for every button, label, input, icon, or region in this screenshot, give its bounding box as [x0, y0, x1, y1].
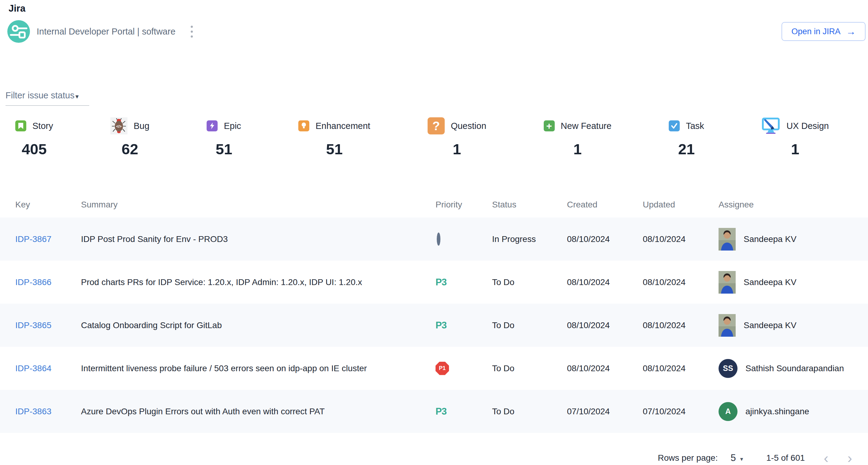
- avatar: [718, 314, 736, 337]
- issue-summary: Catalog Onboarding Script for GitLab: [81, 321, 436, 330]
- table-header-row: KeySummaryPriorityStatusCreatedUpdatedAs…: [0, 192, 868, 218]
- column-header-key: Key: [15, 200, 81, 209]
- filter-issue-status-label: Filter issue status: [5, 91, 74, 101]
- issue-created-date: 08/10/2024: [567, 364, 643, 373]
- issue-key-link[interactable]: IDP-3865: [15, 321, 51, 330]
- epic-icon: [207, 120, 218, 131]
- column-header-updated: Updated: [643, 200, 718, 209]
- assignee-name: Sandeepa KV: [744, 234, 797, 244]
- issue-type-count: 405: [22, 140, 47, 158]
- rows-per-page-select[interactable]: 5 ▾: [731, 453, 743, 463]
- new-feature-icon: +: [544, 120, 555, 131]
- enhancement-icon: [298, 120, 309, 131]
- issue-summary: IDP Post Prod Sanity for Env - PROD3: [81, 234, 436, 244]
- issue-updated-date: 07/10/2024: [643, 407, 718, 417]
- header: Internal Developer Portal | software Ope…: [7, 19, 868, 44]
- rows-per-page-value: 5: [731, 453, 736, 463]
- issue-type-stat: Story 405: [15, 116, 53, 158]
- table-row[interactable]: IDP-3863 Azure DevOps Plugin Errors out …: [0, 390, 868, 433]
- issue-type-stat: ? Question 1: [428, 116, 486, 158]
- issue-key-link[interactable]: IDP-3867: [15, 234, 51, 244]
- priority-cell: P3: [436, 406, 492, 417]
- column-header-assignee: Assignee: [718, 200, 868, 209]
- issue-type-stat: </> Bug 62: [110, 116, 150, 158]
- table-row[interactable]: IDP-3865 Catalog Onboarding Script for G…: [0, 304, 868, 347]
- issue-type-count: 1: [791, 140, 799, 158]
- issue-key-link[interactable]: IDP-3864: [15, 364, 51, 373]
- priority-p3-label: P3: [436, 320, 446, 331]
- previous-page-button[interactable]: ‹: [824, 451, 828, 465]
- avatar: [718, 271, 736, 294]
- task-icon: [669, 120, 680, 131]
- column-header-priority: Priority: [436, 200, 492, 209]
- project-name: Internal Developer Portal | software: [37, 27, 176, 37]
- issues-table: KeySummaryPriorityStatusCreatedUpdatedAs…: [0, 192, 868, 433]
- issue-summary: Intermittent liveness probe failure / 50…: [81, 364, 436, 373]
- issue-type-stat: Task 21: [669, 116, 704, 158]
- issue-type-count: 1: [453, 140, 461, 158]
- issue-type-stat: + New Feature 1: [544, 116, 612, 158]
- assignee-name: Sandeepa KV: [744, 321, 797, 330]
- assignee-name: Sandeepa KV: [744, 277, 797, 287]
- issue-updated-date: 08/10/2024: [643, 321, 718, 330]
- issue-type-count: 62: [122, 140, 138, 158]
- issue-type-count: 51: [326, 140, 343, 158]
- pagination: Rows per page: 5 ▾ 1-5 of 601 ‹ ›: [0, 445, 868, 465]
- issue-created-date: 08/10/2024: [567, 234, 643, 244]
- issue-summary: Prod charts PRs for IDP Service: 1.20.x,…: [81, 277, 436, 287]
- column-header-summary: Summary: [81, 200, 436, 209]
- question-icon: ?: [428, 117, 445, 134]
- table-row[interactable]: IDP-3864 Intermittent liveness probe fai…: [0, 347, 868, 390]
- assignee-name: ajinkya.shingane: [745, 407, 809, 417]
- pagination-range: 1-5 of 601: [766, 453, 805, 463]
- avatar: [718, 228, 736, 251]
- assignee-cell: SS Sathish Soundarapandian: [718, 359, 868, 378]
- story-icon: [15, 120, 26, 131]
- issue-type-stat: UX Design 1: [761, 116, 829, 158]
- issue-type-count: 51: [215, 140, 232, 158]
- issue-type-stat: Enhancement 51: [298, 116, 370, 158]
- issue-updated-date: 08/10/2024: [643, 364, 718, 373]
- app-logo-icon: [7, 20, 30, 43]
- arrow-right-icon: →: [846, 27, 856, 36]
- issue-updated-date: 08/10/2024: [643, 277, 718, 287]
- column-header-status: Status: [492, 200, 567, 209]
- assignee-name: Sathish Soundarapandian: [745, 364, 844, 373]
- issue-status: To Do: [492, 407, 567, 417]
- priority-cell: P1: [436, 362, 492, 375]
- assignee-cell: Sandeepa KV: [718, 314, 868, 337]
- issue-key-link[interactable]: IDP-3866: [15, 277, 51, 287]
- issue-type-stat: Epic 51: [207, 116, 241, 158]
- filter-issue-status-dropdown[interactable]: Filter issue status ▾: [5, 91, 89, 106]
- chevron-down-icon: ▾: [740, 456, 743, 463]
- issue-key-link[interactable]: IDP-3863: [15, 407, 51, 416]
- open-in-jira-button[interactable]: Open in JIRA →: [781, 22, 866, 41]
- bug-icon: </>: [110, 117, 127, 134]
- column-header-created: Created: [567, 200, 643, 209]
- priority-p1-badge: P1: [436, 362, 449, 375]
- chevron-down-icon: ▾: [75, 93, 79, 100]
- avatar: SS: [718, 359, 738, 378]
- svg-text:</>: </>: [117, 124, 122, 129]
- issue-type-stats: Story 405 </> Bug 62 Epic 51 Enhancement…: [0, 116, 868, 158]
- more-options-kebab-icon[interactable]: [188, 23, 195, 40]
- table-row[interactable]: IDP-3866 Prod charts PRs for IDP Service…: [0, 261, 868, 304]
- issue-type-count: 1: [574, 140, 582, 158]
- priority-p3-label: P3: [436, 277, 446, 288]
- rows-per-page-label: Rows per page:: [658, 453, 718, 463]
- issue-status: In Progress: [492, 234, 567, 244]
- priority-p3-label: P3: [436, 406, 446, 417]
- assignee-cell: A ajinkya.shingane: [718, 402, 868, 421]
- issue-created-date: 08/10/2024: [567, 321, 643, 330]
- issue-summary: Azure DevOps Plugin Errors out with Auth…: [81, 407, 436, 417]
- issue-status: To Do: [492, 321, 567, 330]
- next-page-button[interactable]: ›: [847, 451, 852, 465]
- issue-type-count: 21: [678, 140, 695, 158]
- issue-status: To Do: [492, 277, 567, 287]
- priority-cell: P3: [436, 320, 492, 331]
- assignee-cell: Sandeepa KV: [718, 228, 868, 251]
- page-title: Jira: [0, 0, 868, 14]
- assignee-cell: Sandeepa KV: [718, 271, 868, 294]
- table-row[interactable]: IDP-3867 IDP Post Prod Sanity for Env - …: [0, 218, 868, 261]
- open-in-jira-label: Open in JIRA: [791, 27, 840, 36]
